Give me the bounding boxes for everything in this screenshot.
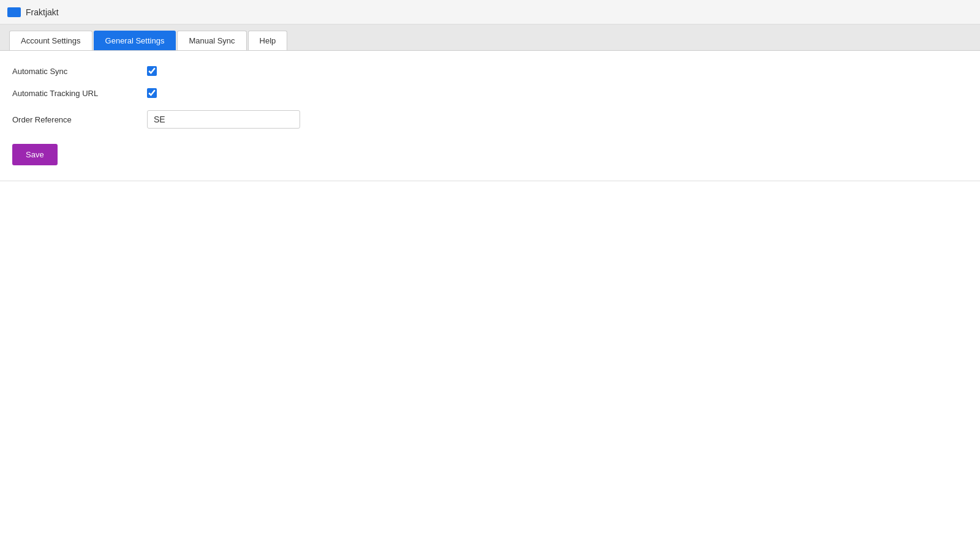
app-logo-icon	[7, 7, 21, 17]
top-bar: Fraktjakt	[0, 0, 980, 24]
app-title: Fraktjakt	[26, 7, 59, 17]
order-reference-row: Order Reference	[12, 110, 968, 129]
automatic-sync-row: Automatic Sync	[12, 66, 968, 76]
tab-bar: Account Settings General Settings Manual…	[0, 24, 980, 51]
automatic-tracking-url-control	[147, 88, 157, 98]
automatic-sync-label: Automatic Sync	[12, 67, 147, 76]
tab-account-settings[interactable]: Account Settings	[9, 31, 92, 50]
order-reference-label: Order Reference	[12, 115, 147, 124]
tab-general-settings[interactable]: General Settings	[94, 31, 176, 50]
order-reference-input[interactable]	[147, 110, 300, 129]
save-button[interactable]: Save	[12, 144, 58, 165]
tab-manual-sync[interactable]: Manual Sync	[177, 31, 246, 50]
content-area: Automatic Sync Automatic Tracking URL Or…	[0, 51, 980, 181]
automatic-tracking-url-label: Automatic Tracking URL	[12, 89, 147, 98]
lower-area	[0, 181, 980, 551]
automatic-tracking-url-checkbox[interactable]	[147, 88, 157, 98]
order-reference-control	[147, 110, 300, 129]
tab-help[interactable]: Help	[248, 31, 288, 50]
automatic-sync-checkbox[interactable]	[147, 66, 157, 76]
automatic-tracking-url-row: Automatic Tracking URL	[12, 88, 968, 98]
automatic-sync-control	[147, 66, 157, 76]
